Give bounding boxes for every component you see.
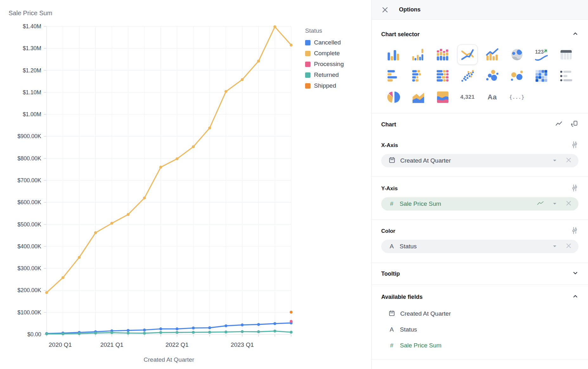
chart-type-stacked-area-chart-icon[interactable]	[433, 87, 453, 107]
caret-down-icon[interactable]	[552, 158, 557, 164]
chart-legend: Status CancelledCompleteProcessingReturn…	[305, 27, 344, 93]
field-label: Created At Quarter	[400, 310, 451, 317]
svg-text:$300.00K: $300.00K	[17, 265, 41, 272]
chart-type-scatter-chart-icon[interactable]	[457, 66, 478, 86]
chart-type-column-mini-chart-icon[interactable]	[408, 44, 428, 65]
legend-label: Returned	[314, 71, 339, 78]
svg-text:$1.00M: $1.00M	[23, 111, 41, 117]
chart-type-stacked-column-chart-icon[interactable]	[433, 44, 453, 65]
svg-text:$1.10M: $1.10M	[23, 89, 41, 96]
chart-type-bubble-alt-chart-icon[interactable]	[507, 66, 527, 86]
chevron-up-icon[interactable]	[572, 30, 578, 38]
sparkline-icon[interactable]	[537, 200, 544, 207]
legend-label: Processing	[314, 61, 344, 68]
svg-text:$1.30M: $1.30M	[23, 45, 41, 51]
chart-type-text-card-icon[interactable]: Aa	[482, 87, 502, 107]
calendar-icon	[389, 157, 395, 165]
duplicate-icon[interactable]	[570, 120, 578, 129]
field-item-created-at-quarter[interactable]: Created At Quarter	[381, 306, 578, 322]
string-field-icon: A	[389, 243, 395, 250]
caret-down-icon[interactable]	[552, 201, 557, 207]
chart-type-kpi-trend-chart-icon[interactable]: 123	[531, 44, 552, 65]
legend-swatch	[305, 51, 310, 56]
svg-text:$100.00K: $100.00K	[17, 309, 41, 316]
chart-type-bar-chart-icon[interactable]	[383, 44, 404, 65]
axis-settings-icon[interactable]	[571, 141, 578, 150]
chart-type-legend-list-chart-icon[interactable]	[556, 66, 576, 86]
remove-y-axis-icon[interactable]	[565, 200, 572, 208]
legend-swatch	[305, 40, 310, 45]
chart-section-title: Chart	[381, 121, 396, 128]
legend-title: Status	[305, 27, 344, 34]
options-panel-header: Options	[372, 0, 588, 20]
available-fields-title: Available fields	[381, 294, 422, 300]
chart-type-horizontal-bar-chart-icon[interactable]	[383, 66, 404, 86]
legend-swatch	[305, 72, 310, 78]
chart-type-area-chart-icon[interactable]	[408, 87, 428, 107]
legend-label: Complete	[314, 50, 340, 57]
calendar-icon	[389, 310, 395, 318]
y-axis-field-value: Sale Price Sum	[400, 200, 441, 207]
chart-selector-title: Chart selector	[381, 31, 420, 38]
chart-type-table-chart-icon[interactable]	[556, 44, 576, 65]
x-axis-field-value: Created At Quarter	[400, 157, 451, 164]
svg-text:2020 Q1: 2020 Q1	[49, 341, 72, 348]
color-field-value: Status	[400, 243, 417, 250]
legend-item: Returned	[305, 72, 344, 78]
trend-line-icon[interactable]	[555, 120, 563, 129]
chart-type-full-stacked-horizontal-bar-chart-icon[interactable]	[433, 66, 453, 86]
svg-text:2023 Q1: 2023 Q1	[231, 341, 254, 348]
chart-type-stacked-horizontal-bar-chart-icon[interactable]	[408, 66, 428, 86]
y-axis-field-pill[interactable]: # Sale Price Sum	[381, 197, 578, 211]
svg-text:$900.00K: $900.00K	[17, 133, 41, 139]
close-icon[interactable]	[381, 6, 389, 14]
svg-text:$800.00K: $800.00K	[17, 155, 41, 162]
tooltip-section-title: Tooltip	[381, 271, 400, 277]
chart-type-combo-chart-icon[interactable]	[482, 44, 502, 65]
legend-item: Shipped	[305, 83, 344, 89]
svg-text:2022 Q1: 2022 Q1	[166, 341, 189, 348]
remove-x-axis-icon[interactable]	[565, 157, 572, 165]
color-field-pill[interactable]: A Status	[381, 240, 578, 253]
chart-type-map-chart-icon[interactable]	[507, 44, 527, 65]
legend-swatch	[305, 62, 310, 67]
svg-text:$600.00K: $600.00K	[17, 199, 41, 205]
y-axis-label: Y-Axis	[381, 185, 398, 192]
chart-type-bubble-chart-icon[interactable]	[482, 66, 502, 86]
svg-text:123: 123	[535, 49, 544, 55]
axis-settings-icon[interactable]	[571, 184, 578, 193]
svg-text:$1.20M: $1.20M	[23, 67, 41, 74]
svg-text:2021 Q1: 2021 Q1	[100, 341, 123, 348]
svg-text:$500.00K: $500.00K	[17, 221, 41, 228]
chart-type-big-number-icon[interactable]: 4,321	[457, 87, 478, 107]
string-field-icon: A	[389, 326, 395, 333]
chart-type-pie-chart-icon[interactable]	[383, 87, 404, 107]
chart-type-heatmap-chart-icon[interactable]	[531, 66, 552, 86]
chart-type-json-view-icon[interactable]: {...}	[507, 87, 527, 107]
x-axis-label: X-Axis	[381, 142, 398, 149]
svg-text:$400.00K: $400.00K	[17, 243, 41, 250]
color-label: Color	[381, 228, 395, 234]
remove-color-icon[interactable]	[565, 242, 572, 251]
chevron-down-icon[interactable]	[572, 270, 578, 278]
svg-text:$0.00: $0.00	[27, 331, 41, 338]
field-label: Sale Price Sum	[400, 342, 441, 349]
svg-text:$1.40M: $1.40M	[23, 23, 41, 30]
legend-item: Cancelled	[305, 39, 344, 46]
svg-text:$700.00K: $700.00K	[17, 177, 41, 184]
x-axis-field-pill[interactable]: Created At Quarter	[381, 154, 578, 167]
chevron-up-icon[interactable]	[572, 293, 578, 301]
field-label: Status	[400, 326, 417, 333]
legend-label: Shipped	[314, 82, 336, 89]
caret-down-icon[interactable]	[552, 244, 557, 249]
legend-label: Cancelled	[314, 39, 341, 46]
field-item-status[interactable]: A Status	[381, 322, 578, 338]
axis-settings-icon[interactable]	[571, 226, 578, 236]
chart-type-line-chart-icon[interactable]	[457, 44, 478, 65]
chart-canvas-region: Sale Price Sum $1.40M$1.30M$1.20M$1.10M$…	[0, 0, 371, 369]
legend-item: Complete	[305, 50, 344, 57]
svg-text:$200.00K: $200.00K	[17, 287, 41, 293]
field-item-sale-price-sum[interactable]: # Sale Price Sum	[381, 338, 578, 353]
number-field-icon: #	[389, 200, 395, 207]
legend-swatch	[305, 83, 310, 89]
